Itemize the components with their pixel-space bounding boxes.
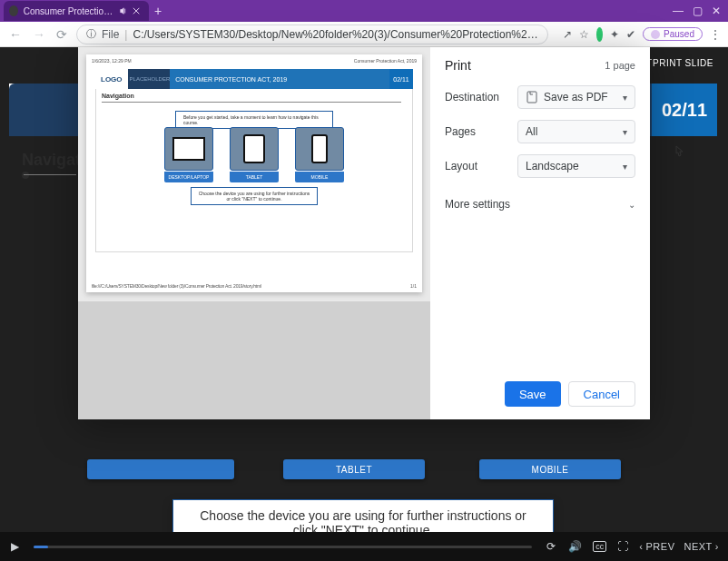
fullscreen-button[interactable]: ⛶ bbox=[615, 540, 630, 553]
extension-green-icon[interactable] bbox=[596, 27, 603, 42]
pages-select[interactable]: All ▾ bbox=[517, 120, 635, 143]
preview-doc-title: Consumer Protection Act, 2019 bbox=[354, 58, 417, 64]
print-slide-button[interactable]: PRINT SLIDE bbox=[653, 58, 713, 68]
chevron-down-icon: ▾ bbox=[623, 127, 627, 137]
print-title: Print bbox=[445, 58, 471, 73]
address-bar[interactable]: ⓘ File | C:/Users/SYSTEM30/Desktop/New%2… bbox=[76, 25, 548, 44]
destination-select[interactable]: Save as PDF ▾ bbox=[517, 85, 635, 109]
extensions-puzzle-icon[interactable]: ✦ bbox=[610, 28, 619, 41]
profile-paused-pill[interactable]: Paused bbox=[643, 27, 703, 41]
layout-select[interactable]: Landscape ▾ bbox=[517, 154, 635, 178]
preview-timestamp: 1/6/2023, 12:29 PM bbox=[92, 58, 132, 64]
print-dialog: 1/6/2023, 12:29 PM Consumer Protection A… bbox=[78, 47, 650, 419]
prev-button[interactable]: ‹PREV bbox=[639, 541, 674, 552]
reload-button[interactable]: ⟳ bbox=[54, 27, 69, 42]
play-button[interactable]: ▶ bbox=[9, 540, 21, 553]
pages-label: Pages bbox=[445, 125, 517, 138]
progress-track[interactable] bbox=[34, 546, 532, 548]
tab-favicon bbox=[9, 5, 18, 16]
url-scheme: File bbox=[102, 28, 119, 41]
player-bar: ▶ ⟳ 🔊 cc ⛶ ‹PREV NEXT› bbox=[0, 532, 728, 561]
device-desktop-button[interactable]: DESKTOP/LAPTOP bbox=[87, 459, 234, 479]
window-maximize-icon[interactable]: ▢ bbox=[693, 5, 703, 17]
replay-button[interactable]: ⟳ bbox=[545, 540, 557, 553]
profile-avatar-icon bbox=[651, 30, 660, 39]
tab-title: Consumer Protection Act, 2… bbox=[24, 6, 114, 16]
captions-button[interactable]: cc bbox=[593, 541, 606, 552]
cancel-button[interactable]: Cancel bbox=[568, 381, 635, 407]
info-icon[interactable]: ⓘ bbox=[86, 27, 96, 41]
share-icon[interactable]: ↗ bbox=[563, 28, 572, 41]
preview-page-number: 1/1 bbox=[410, 283, 417, 289]
forward-button[interactable]: → bbox=[31, 27, 47, 42]
new-tab-button[interactable]: + bbox=[154, 4, 162, 18]
more-settings-toggle[interactable]: More settings ⌄ bbox=[445, 194, 635, 214]
progress-dot bbox=[22, 172, 29, 179]
browser-toolbar: ← → ⟳ ⓘ File | C:/Users/SYSTEM30/Desktop… bbox=[0, 22, 728, 47]
device-mobile-button[interactable]: MOBILE bbox=[479, 459, 621, 479]
preview-page: 1/6/2023, 12:29 PM Consumer Protection A… bbox=[86, 54, 422, 292]
save-button[interactable]: Save bbox=[505, 381, 561, 407]
destination-label: Destination bbox=[445, 91, 517, 103]
url-text: C:/Users/SYSTEM30/Desktop/New%20folder%2… bbox=[133, 28, 538, 41]
chevron-down-icon: ⌄ bbox=[628, 200, 635, 210]
preview-footer-path: file:///C:/Users/SYSTEM30/Desktop/New fo… bbox=[92, 283, 300, 289]
chevron-down-icon: ▾ bbox=[623, 93, 627, 103]
browser-menu-icon[interactable]: ⋮ bbox=[710, 28, 721, 41]
print-settings-panel: Print 1 page Destination Save as PDF ▾ P… bbox=[430, 47, 650, 419]
back-button[interactable]: ← bbox=[7, 27, 24, 42]
progress-line bbox=[24, 174, 76, 175]
window-minimize-icon[interactable]: — bbox=[673, 5, 684, 17]
device-tablet-button[interactable]: TABLET bbox=[283, 459, 425, 479]
chevron-down-icon: ▾ bbox=[623, 162, 627, 172]
pdf-icon bbox=[526, 91, 538, 103]
browser-tab[interactable]: Consumer Protection Act, 2… bbox=[4, 1, 149, 21]
extension-check-icon[interactable]: ✔ bbox=[626, 28, 635, 41]
window-titlebar: Consumer Protection Act, 2… + — ▢ ✕ bbox=[0, 0, 728, 22]
cursor-icon bbox=[672, 145, 684, 164]
svg-rect-0 bbox=[527, 92, 536, 103]
layout-label: Layout bbox=[445, 160, 517, 172]
slide-counter: 02/11 bbox=[652, 84, 717, 136]
window-close-icon[interactable]: ✕ bbox=[712, 5, 721, 17]
next-button[interactable]: NEXT› bbox=[684, 541, 719, 552]
bookmark-star-icon[interactable]: ☆ bbox=[579, 28, 589, 41]
tab-close-icon[interactable] bbox=[133, 6, 140, 15]
volume-button[interactable]: 🔊 bbox=[566, 540, 584, 553]
page-count: 1 page bbox=[605, 60, 635, 71]
audio-icon[interactable] bbox=[120, 6, 127, 15]
print-preview-pane: 1/6/2023, 12:29 PM Consumer Protection A… bbox=[78, 47, 430, 419]
